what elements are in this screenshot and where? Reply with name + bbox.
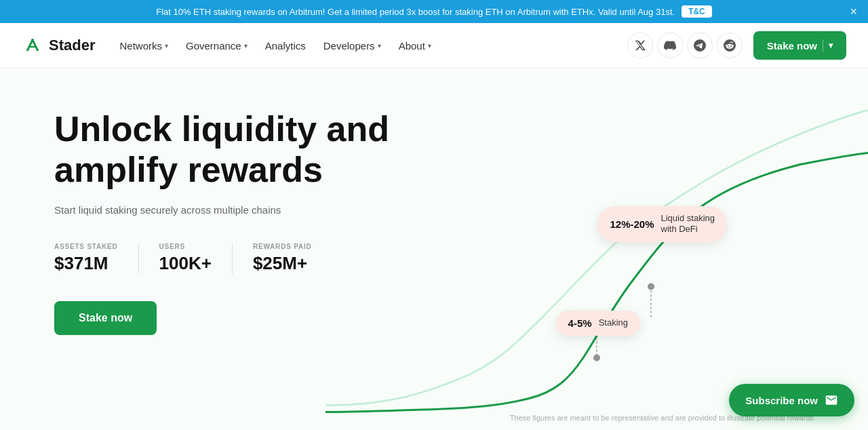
stat-rewards: REWARDS PAID $25M+	[253, 243, 332, 274]
button-divider	[823, 39, 823, 52]
navbar: Stader Networks ▾ Governance ▾ Analytics…	[0, 23, 868, 69]
stake-now-button[interactable]: Stake now ▾	[753, 31, 846, 60]
logo[interactable]: Stader	[22, 35, 95, 56]
tooltip-top-label: Liquid stakingwith DeFi	[661, 213, 715, 236]
tooltip-bottom-label: Staking	[599, 317, 628, 329]
stat-label-assets: ASSETS STAKED	[54, 243, 118, 250]
stat-users: USERS 100K+	[159, 243, 233, 274]
nav-item-governance[interactable]: Governance ▾	[178, 35, 256, 57]
stat-value-users: 100K+	[159, 253, 212, 274]
chevron-down-icon: ▾	[829, 41, 833, 50]
logo-text: Stader	[49, 37, 95, 54]
tooltip-top-percent: 12%-20%	[610, 218, 654, 230]
stats-row: ASSETS STAKED $371M USERS 100K+ REWARDS …	[54, 243, 461, 274]
subscribe-button[interactable]: Subscribe now	[729, 384, 854, 416]
hero-title: Unlock liquidity and amplify rewards	[54, 109, 461, 191]
nav-item-developers[interactable]: Developers ▾	[315, 35, 389, 57]
twitter-icon[interactable]	[627, 33, 653, 58]
tooltip-bottom-percent: 4-5%	[568, 317, 592, 329]
svg-point-0	[31, 39, 34, 41]
tc-button[interactable]: T&C	[682, 5, 712, 18]
hero-stake-button[interactable]: Stake now	[54, 301, 157, 335]
discord-icon[interactable]	[657, 33, 683, 58]
hero-subtitle: Start liquid staking securely across mul…	[54, 204, 461, 216]
promo-banner: Flat 10% ETH staking rewards on Arbitrum…	[0, 0, 868, 23]
tooltip-staking: 4-5% Staking	[556, 311, 640, 336]
stat-label-users: USERS	[159, 243, 212, 250]
subscribe-icon	[825, 393, 838, 407]
chevron-down-icon: ▾	[378, 42, 381, 50]
banner-close-button[interactable]: ×	[850, 5, 857, 18]
chevron-down-icon: ▾	[244, 42, 248, 50]
stat-label-rewards: REWARDS PAID	[253, 243, 312, 250]
telegram-icon[interactable]	[687, 33, 713, 58]
nav-item-networks[interactable]: Networks ▾	[111, 35, 176, 57]
logo-icon	[22, 35, 43, 56]
nav-links: Networks ▾ Governance ▾ Analytics Develo…	[111, 35, 624, 57]
stat-value-rewards: $25M+	[253, 253, 312, 274]
stat-assets-staked: ASSETS STAKED $371M	[54, 243, 139, 274]
hero-content: Unlock liquidity and amplify rewards Sta…	[54, 109, 461, 335]
banner-text: Flat 10% ETH staking rewards on Arbitrum…	[156, 7, 675, 17]
social-icons	[627, 33, 743, 58]
chevron-down-icon: ▾	[428, 42, 431, 50]
reddit-icon[interactable]	[717, 33, 743, 58]
stat-value-assets: $371M	[54, 253, 118, 274]
nav-item-about[interactable]: About ▾	[391, 35, 439, 57]
chevron-down-icon: ▾	[165, 42, 168, 50]
tooltip-liquid-staking: 12%-20% Liquid stakingwith DeFi	[597, 206, 727, 243]
hero-section: Unlock liquidity and amplify rewards Sta…	[0, 69, 868, 430]
nav-item-analytics[interactable]: Analytics	[257, 35, 314, 57]
